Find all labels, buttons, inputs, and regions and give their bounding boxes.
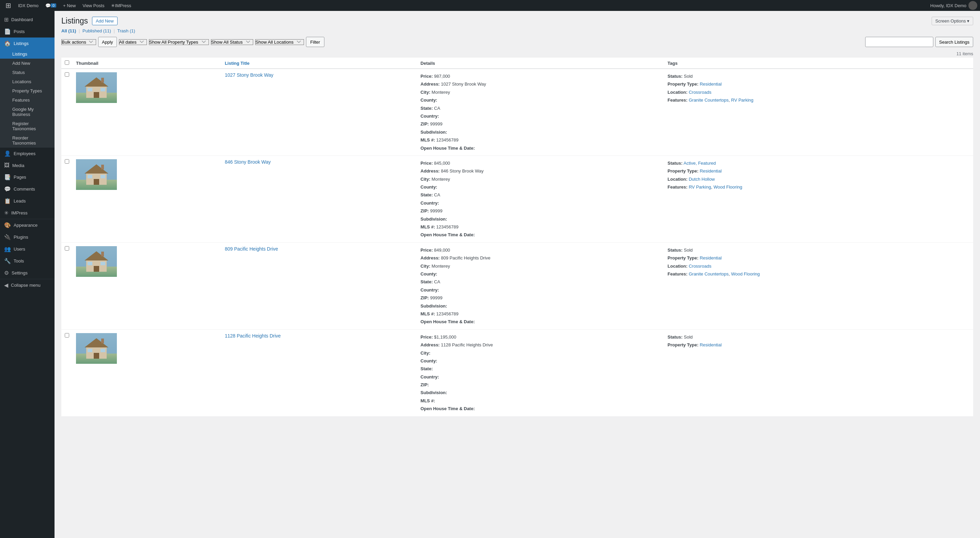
impress-link[interactable]: ✳ IMPress xyxy=(108,0,134,11)
sidebar-label-tools: Tools xyxy=(14,259,24,263)
sidebar-item-tools[interactable]: 🔧 Tools xyxy=(0,255,54,267)
row-checkbox[interactable] xyxy=(65,246,69,251)
add-new-button[interactable]: Add New xyxy=(92,17,118,25)
status-select[interactable]: Show All Status xyxy=(211,39,253,45)
media-icon: 🖼 xyxy=(4,162,10,168)
select-all-checkbox[interactable] xyxy=(65,60,69,65)
dashboard-icon: ⊞ xyxy=(4,16,8,23)
submenu-gmb-label: Google My Business xyxy=(12,107,51,117)
submenu-register-label: Register Taxonomies xyxy=(12,121,51,131)
sidebar-item-dashboard[interactable]: ⊞ Dashboard xyxy=(0,14,54,26)
sidebar-item-appearance[interactable]: 🎨 Appearance xyxy=(0,219,54,231)
sidebar-submenu-features[interactable]: Features xyxy=(0,96,54,105)
feature-link[interactable]: RV Parking xyxy=(731,97,754,103)
sidebar-submenu-add-new[interactable]: Add New xyxy=(0,59,54,68)
search-input[interactable] xyxy=(865,37,933,47)
pages-icon: 📑 xyxy=(4,174,11,180)
settings-icon: ⚙ xyxy=(4,270,9,276)
sidebar-item-settings[interactable]: ⚙ Settings xyxy=(0,267,54,279)
svg-rect-4 xyxy=(94,92,99,98)
feature-link[interactable]: Granite Countertops xyxy=(689,97,729,103)
listing-title-link[interactable]: 1128 Pacific Heights Drive xyxy=(225,333,281,338)
screen-options-button[interactable]: Screen Options ▾ xyxy=(932,17,973,25)
tools-icon: 🔧 xyxy=(4,258,11,264)
col-details: Details xyxy=(417,57,664,69)
sidebar-item-impress[interactable]: ✳ IMPress xyxy=(0,207,54,219)
sidebar-submenu-listings[interactable]: Listings xyxy=(0,49,54,59)
sidebar-item-collapse[interactable]: ◀ Collapse menu xyxy=(0,279,54,291)
sidebar-item-posts[interactable]: 📄 Posts xyxy=(0,26,54,37)
site-name-link[interactable]: IDX Demo xyxy=(15,0,41,11)
sidebar-submenu-property-types[interactable]: Property Types xyxy=(0,86,54,96)
sidebar-submenu-reorder-taxonomies[interactable]: Reorder Taxonomies xyxy=(0,133,54,148)
avatar[interactable] xyxy=(969,1,977,10)
comment-count-badge: 0 xyxy=(51,3,56,8)
property-types-select[interactable]: Show All Property Types xyxy=(149,39,209,45)
sidebar-submenu-status[interactable]: Status xyxy=(0,68,54,77)
published-link[interactable]: Published (11) xyxy=(83,28,112,34)
col-thumbnail: Thumbnail xyxy=(73,57,221,69)
location-link[interactable]: Dutch Hollow xyxy=(689,177,715,182)
svg-rect-21 xyxy=(88,262,92,265)
title-cell: 846 Stony Brook Way xyxy=(221,155,417,243)
row-checkbox[interactable] xyxy=(65,159,69,164)
sidebar-submenu-locations[interactable]: Locations xyxy=(0,77,54,86)
wp-logo-icon[interactable]: ⊞ xyxy=(3,0,14,11)
tags-cell: Status: Sold Property Type: Residential xyxy=(664,329,973,416)
employees-icon: 👤 xyxy=(4,150,11,157)
view-posts-link[interactable]: View Posts xyxy=(80,0,107,11)
sidebar-item-pages[interactable]: 📑 Pages xyxy=(0,171,54,183)
listing-title-link[interactable]: 1027 Stony Brook Way xyxy=(225,72,274,78)
row-checkbox[interactable] xyxy=(65,72,69,77)
sidebar-submenu-register-taxonomies[interactable]: Register Taxonomies xyxy=(0,119,54,133)
bulk-actions-select[interactable]: Bulk actions xyxy=(61,39,96,45)
listing-title-link[interactable]: 809 Pacific Heights Drive xyxy=(225,246,278,252)
location-link[interactable]: Crossroads xyxy=(689,90,711,95)
sidebar-label-plugins: Plugins xyxy=(14,235,28,239)
comments-icon: 💬 xyxy=(4,186,11,192)
status-badge: Sold xyxy=(684,247,693,253)
listing-title-link[interactable]: 846 Stony Brook Way xyxy=(225,159,271,164)
feature-link[interactable]: Wood Flooring xyxy=(714,184,742,190)
sidebar-submenu-google-my-business[interactable]: Google My Business xyxy=(0,105,54,119)
location-link[interactable]: Crossroads xyxy=(689,263,711,269)
sidebar-item-listings[interactable]: 🏠 Listings xyxy=(0,37,54,49)
property-type-link[interactable]: Residential xyxy=(700,342,721,347)
dates-select[interactable]: All dates xyxy=(119,39,147,45)
new-content-link[interactable]: + New xyxy=(60,0,78,11)
comment-link[interactable]: 💬 0 xyxy=(43,0,59,11)
feature-link[interactable]: RV Parking xyxy=(689,184,711,190)
sidebar-label-collapse: Collapse menu xyxy=(11,283,41,288)
submenu-features-label: Features xyxy=(12,97,30,103)
feature-link[interactable]: Granite Countertops xyxy=(689,271,729,276)
sidebar-item-employees[interactable]: 👤 Employees xyxy=(0,148,54,160)
property-type-link[interactable]: Residential xyxy=(700,255,721,260)
apply-button[interactable]: Apply xyxy=(98,37,117,47)
trash-link[interactable]: Trash (1) xyxy=(117,28,135,34)
feature-link[interactable]: Wood Flooring xyxy=(731,271,760,276)
svg-rect-31 xyxy=(101,338,104,343)
sidebar-item-leads[interactable]: 📋 Leads xyxy=(0,195,54,207)
details-cell: Price: 845,000 Address: 846 Stony Brook … xyxy=(417,155,664,243)
sidebar-label-media: Media xyxy=(12,163,24,168)
col-listing-title: Listing Title xyxy=(221,57,417,69)
thumbnail-cell xyxy=(73,155,221,243)
sidebar-item-media[interactable]: 🖼 Media xyxy=(0,160,54,171)
search-listings-button[interactable]: Search Listings xyxy=(935,37,973,47)
row-checkbox[interactable] xyxy=(65,333,69,337)
all-link[interactable]: All (11) xyxy=(61,28,77,34)
sidebar-label-impress: IMPress xyxy=(11,210,28,216)
filter-button[interactable]: Filter xyxy=(306,37,325,47)
listing-title-sort[interactable]: Listing Title xyxy=(225,61,250,66)
property-type-link[interactable]: Residential xyxy=(700,81,721,86)
property-type-link[interactable]: Residential xyxy=(700,168,721,174)
sidebar-item-comments[interactable]: 💬 Comments xyxy=(0,183,54,195)
sidebar-item-users[interactable]: 👥 Users xyxy=(0,243,54,255)
submenu-locations-label: Locations xyxy=(12,79,31,84)
appearance-icon: 🎨 xyxy=(4,222,11,228)
svg-rect-12 xyxy=(94,179,99,185)
locations-select[interactable]: Show All Locations xyxy=(255,39,304,45)
thumbnail-cell xyxy=(73,329,221,416)
title-cell: 1027 Stony Brook Way xyxy=(221,69,417,156)
sidebar-item-plugins[interactable]: 🔌 Plugins xyxy=(0,231,54,243)
